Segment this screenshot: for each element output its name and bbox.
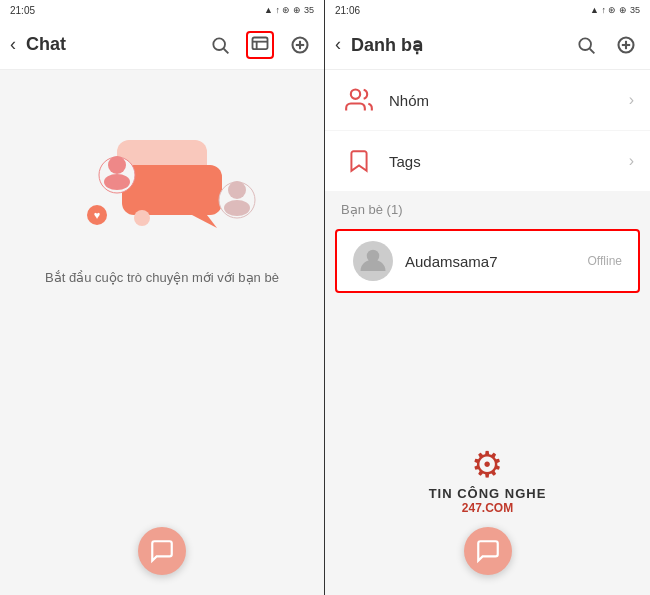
left-compose-button[interactable]: [246, 31, 274, 59]
left-top-icons: [206, 31, 314, 59]
left-status-icons: ▲ ↑ ⊛ ⊕ 35: [264, 5, 314, 15]
tags-arrow-icon: ›: [629, 152, 634, 170]
right-top-bar: ‹ Danh bạ: [325, 20, 650, 70]
svg-point-0: [213, 38, 225, 50]
svg-point-17: [224, 200, 250, 216]
svg-point-16: [228, 181, 246, 199]
right-back-button[interactable]: ‹: [335, 34, 341, 55]
tags-icon: [341, 143, 377, 179]
left-status-bar: 21:05 ▲ ↑ ⊛ ⊕ 35: [0, 0, 324, 20]
svg-rect-2: [253, 37, 268, 49]
left-top-bar: ‹ Chat: [0, 20, 324, 70]
right-add-button[interactable]: [612, 31, 640, 59]
svg-point-21: [579, 38, 591, 50]
start-conversation-text: Bắt đầu cuộc trò chuyện mới với bạn bè: [15, 270, 309, 285]
svg-line-22: [590, 48, 595, 53]
friend-status: Offline: [588, 254, 622, 268]
right-status-bar: 21:06 ▲ ↑ ⊛ ⊕ 35: [325, 0, 650, 20]
left-search-button[interactable]: [206, 31, 234, 59]
group-label: Nhóm: [389, 92, 629, 109]
left-title: Chat: [26, 34, 206, 55]
friend-name: Audamsama7: [405, 253, 588, 270]
svg-point-26: [351, 90, 360, 99]
svg-point-20: [134, 210, 150, 226]
left-main-content: ♥ Bắt đầu cuộc trò chuyện mới với bạn bè: [0, 70, 324, 595]
right-top-icons: [572, 31, 640, 59]
left-time: 21:05: [10, 5, 35, 16]
svg-text:♥: ♥: [94, 209, 101, 221]
right-time: 21:06: [335, 5, 360, 16]
right-status-icons: ▲ ↑ ⊛ ⊕ 35: [590, 5, 640, 15]
friend-list-item[interactable]: Audamsama7 Offline: [335, 229, 640, 293]
tags-list-item[interactable]: Tags ›: [325, 131, 650, 191]
right-fab-button[interactable]: [464, 527, 512, 575]
friends-section-header: Bạn bè (1): [325, 192, 650, 223]
right-search-button[interactable]: [572, 31, 600, 59]
illustration-svg: ♥: [62, 110, 262, 240]
svg-point-14: [104, 174, 130, 190]
group-icon: [341, 82, 377, 118]
svg-marker-11: [192, 215, 217, 228]
chat-illustration: ♥: [62, 110, 262, 240]
tags-label: Tags: [389, 153, 629, 170]
contacts-list: Nhóm › Tags › Bạn bè (1) Audamsama7: [325, 70, 650, 595]
group-list-item[interactable]: Nhóm ›: [325, 70, 650, 130]
group-arrow-icon: ›: [629, 91, 634, 109]
svg-rect-10: [122, 165, 222, 215]
left-panel: 21:05 ▲ ↑ ⊛ ⊕ 35 ‹ Chat: [0, 0, 325, 595]
svg-point-13: [108, 156, 126, 174]
left-add-button[interactable]: [286, 31, 314, 59]
svg-line-1: [224, 48, 229, 53]
right-title: Danh bạ: [351, 34, 572, 56]
right-panel: 21:06 ▲ ↑ ⊛ ⊕ 35 ‹ Danh bạ: [325, 0, 650, 595]
left-fab-button[interactable]: [138, 527, 186, 575]
left-back-button[interactable]: ‹: [10, 34, 16, 55]
friend-avatar: [353, 241, 393, 281]
